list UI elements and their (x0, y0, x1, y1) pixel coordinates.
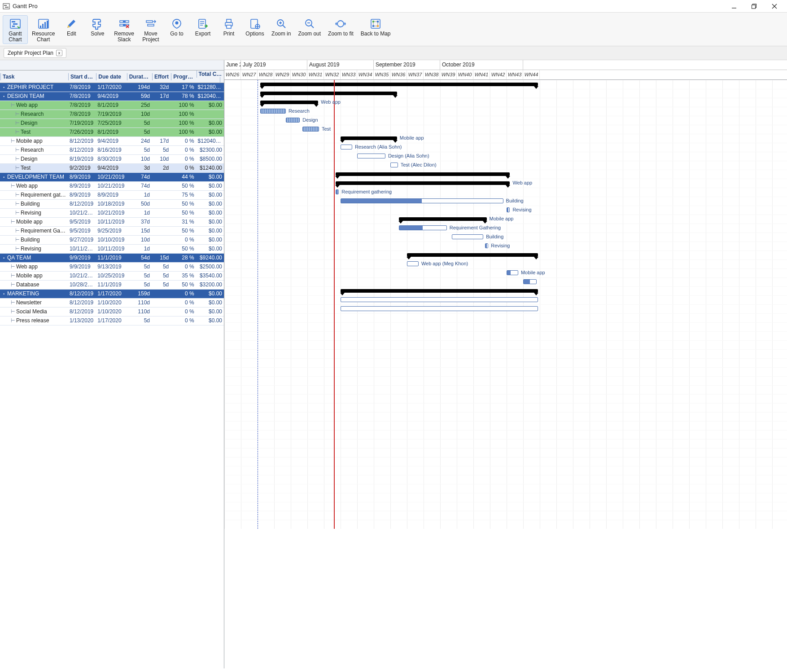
cell-due[interactable]: 11/1/2019 (96, 253, 126, 262)
gantt-task-bar[interactable] (260, 109, 286, 114)
table-row[interactable]: ⊢Revising10/11/201910/11/20191d50 %$0.00 (0, 244, 224, 253)
cell-effort[interactable] (152, 298, 171, 307)
cell-cost[interactable] (196, 110, 224, 119)
collapse-icon[interactable] (2, 291, 6, 296)
cell-progress[interactable]: 50 % (171, 181, 196, 190)
cell-duration[interactable]: 110d (127, 307, 152, 316)
table-row[interactable]: ⊢Test7/26/20198/1/20195d100 %$0.00 (0, 127, 224, 136)
gantt-group-bar[interactable] (399, 217, 487, 221)
gantt-task-bar[interactable] (485, 243, 488, 248)
cell-cost[interactable]: $0.00 (196, 235, 224, 244)
table-row[interactable]: ZEPHIR PROJECT7/8/20191/17/2020194d32d17… (0, 83, 224, 92)
cell-effort[interactable]: 2d (152, 163, 171, 172)
cell-duration[interactable]: 3d (127, 163, 152, 172)
cell-duration[interactable]: 1d (127, 208, 152, 217)
col-header-totalcost[interactable]: Total Cost (196, 70, 224, 83)
cell-effort[interactable]: 5d (152, 145, 171, 154)
cell-start[interactable]: 8/12/2019 (68, 307, 96, 316)
resource-chart-button[interactable]: Resource Chart (29, 15, 58, 44)
cell-due[interactable]: 9/4/2019 (96, 136, 126, 145)
table-row[interactable]: ⊢Building8/12/201910/18/201950d50 %$0.00 (0, 199, 224, 208)
cell-duration[interactable]: 54d (127, 253, 152, 262)
gantt-group-bar[interactable] (341, 136, 397, 140)
cell-due[interactable]: 7/25/2019 (96, 119, 126, 127)
cell-effort[interactable] (152, 190, 171, 199)
cell-cost[interactable]: $0.00 (196, 316, 224, 325)
cell-due[interactable]: 10/21/2019 (96, 172, 126, 181)
cell-effort[interactable] (152, 307, 171, 316)
cell-duration[interactable]: 59d (127, 92, 152, 101)
cell-start[interactable]: 7/8/2019 (68, 101, 96, 110)
cell-effort[interactable] (152, 226, 171, 235)
table-row[interactable]: ⊢Mobile app8/12/20199/4/201924d17d0 %$12… (0, 136, 224, 145)
cell-start[interactable]: 8/12/2019 (68, 199, 96, 208)
cell-effort[interactable]: 5d (152, 280, 171, 289)
gantt-summary-bar[interactable] (260, 83, 538, 86)
collapse-icon[interactable] (2, 255, 6, 260)
cell-effort[interactable] (152, 316, 171, 325)
table-row[interactable]: DEVELOPMENT TEAM8/9/201910/21/201974d44 … (0, 172, 224, 181)
col-header-duration[interactable]: Duration (127, 70, 152, 83)
cell-effort[interactable] (152, 101, 171, 110)
gantt-summary-bar[interactable] (341, 289, 538, 293)
cell-start[interactable]: 7/19/2019 (68, 119, 96, 127)
table-row[interactable]: DESIGN TEAM7/8/20199/4/201959d17d78 %$12… (0, 92, 224, 101)
cell-progress[interactable]: 28 % (171, 253, 196, 262)
gantt-task-bar[interactable] (399, 225, 447, 230)
cell-start[interactable]: 10/21/2019 (68, 208, 96, 217)
cell-due[interactable]: 8/9/2019 (96, 190, 126, 199)
table-row[interactable]: ⊢Web app9/9/20199/13/20195d5d0 %$2500.00 (0, 262, 224, 271)
task-grid-pane[interactable]: Task Start date Due date Duration Effort… (0, 60, 224, 668)
cell-due[interactable]: 8/30/2019 (96, 154, 126, 163)
cell-due[interactable]: 9/4/2019 (96, 163, 126, 172)
cell-cost[interactable]: $0.00 (196, 172, 224, 181)
cell-effort[interactable]: 5d (152, 271, 171, 280)
collapse-icon[interactable] (2, 85, 6, 89)
cell-cost[interactable]: $2500.00 (196, 262, 224, 271)
remove-slack-button[interactable]: Remove Slack (111, 15, 137, 44)
cell-progress[interactable]: 78 % (171, 92, 196, 101)
cell-duration[interactable]: 5d (127, 316, 152, 325)
gantt-chart-button[interactable]: Gantt Chart (3, 15, 28, 44)
cell-progress[interactable]: 0 % (171, 316, 196, 325)
document-tab[interactable]: Zephir Project Plan x (4, 48, 66, 58)
table-row[interactable]: ⊢Database10/28/201911/1/20195d5d50 %$320… (0, 280, 224, 289)
cell-start[interactable]: 7/8/2019 (68, 110, 96, 119)
cell-cost[interactable]: $0.00 (196, 199, 224, 208)
move-project-button[interactable]: Move Project (138, 15, 163, 44)
gantt-task-bar[interactable] (452, 234, 483, 239)
cell-duration[interactable]: 15d (127, 226, 152, 235)
cell-due[interactable]: 1/17/2020 (96, 316, 126, 325)
edit-button[interactable]: Edit (59, 15, 84, 38)
cell-due[interactable]: 8/1/2019 (96, 127, 126, 136)
table-row[interactable]: ⊢Building9/27/201910/10/201910d0 %$0.00 (0, 235, 224, 244)
cell-progress[interactable]: 0 % (171, 136, 196, 145)
cell-duration[interactable]: 5d (127, 280, 152, 289)
task-grid[interactable]: Task Start date Due date Duration Effort… (0, 60, 224, 325)
cell-duration[interactable]: 25d (127, 101, 152, 110)
cell-cost[interactable]: $0.00 (196, 190, 224, 199)
cell-progress[interactable]: 100 % (171, 119, 196, 127)
cell-due[interactable]: 8/1/2019 (96, 101, 126, 110)
cell-cost[interactable]: $0.00 (196, 101, 224, 110)
cell-effort[interactable] (152, 172, 171, 181)
cell-progress[interactable]: 50 % (171, 280, 196, 289)
gantt-task-bar[interactable] (286, 118, 300, 123)
cell-cost[interactable]: $12040.00 (196, 92, 224, 101)
cell-start[interactable]: 10/28/2019 (68, 280, 96, 289)
collapse-icon[interactable] (2, 175, 6, 179)
cell-due[interactable]: 10/10/2019 (96, 235, 126, 244)
cell-duration[interactable]: 74d (127, 181, 152, 190)
cell-start[interactable]: 8/12/2019 (68, 136, 96, 145)
options-button[interactable]: Options (242, 15, 267, 38)
table-row[interactable]: ⊢Newsletter8/12/20191/10/2020110d0 %$0.0… (0, 298, 224, 307)
cell-due[interactable]: 11/1/2019 (96, 280, 126, 289)
cell-due[interactable]: 1/17/2020 (96, 289, 126, 298)
cell-effort[interactable]: 5d (152, 262, 171, 271)
cell-progress[interactable]: 100 % (171, 110, 196, 119)
cell-duration[interactable]: 1d (127, 190, 152, 199)
gantt-pane[interactable]: June 2019July 2019August 2019September 2… (224, 60, 787, 668)
cell-effort[interactable]: 17d (152, 136, 171, 145)
cell-progress[interactable]: 100 % (171, 127, 196, 136)
window-restore-button[interactable] (744, 0, 764, 13)
